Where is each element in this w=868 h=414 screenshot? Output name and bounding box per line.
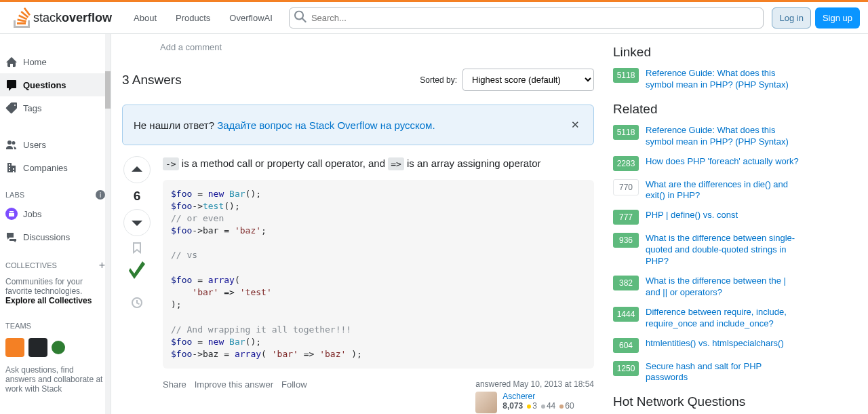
code-block: $foo = new Bar(); $foo->test(); // or ev… <box>163 180 594 369</box>
questions-icon <box>5 79 18 91</box>
related-link-row: 936What is the difference between single… <box>613 233 800 267</box>
link-score: 770 <box>613 179 639 195</box>
language-notice: Не нашли ответ? Задайте вопрос на Stack … <box>122 105 594 145</box>
search-input[interactable] <box>289 7 764 29</box>
nav-products[interactable]: Products <box>167 9 218 27</box>
plus-icon[interactable]: + <box>99 259 105 271</box>
related-link[interactable]: What are the differences in die() and ex… <box>646 179 800 202</box>
users-icon <box>5 138 18 151</box>
chevron-up-icon <box>131 164 143 176</box>
related-heading: Related <box>613 102 800 117</box>
answers-count: 3 Answers <box>122 73 182 88</box>
related-link-row: 770What are the differences in die() and… <box>613 179 800 202</box>
related-link[interactable]: What is the difference between single-qu… <box>646 233 800 267</box>
notice-link[interactable]: Задайте вопрос на Stack Overflow на русс… <box>217 119 435 131</box>
sidebar-companies[interactable]: Companies <box>0 156 111 179</box>
nav-overflowai[interactable]: OverflowAI <box>221 9 281 27</box>
discussions-icon <box>5 231 18 243</box>
logo-text: stackoverflow <box>33 11 112 25</box>
history-button[interactable] <box>131 297 143 311</box>
nav-about[interactable]: About <box>125 9 165 27</box>
tag-icon <box>5 102 18 114</box>
link-score: 1250 <box>613 361 639 376</box>
close-icon[interactable]: ✕ <box>568 116 583 134</box>
teams-logo-2 <box>28 338 47 357</box>
downvote-button[interactable] <box>123 209 151 236</box>
add-comment-link[interactable]: Add a comment <box>122 34 594 60</box>
sidebar-teams-heading: TEAMS <box>0 311 111 333</box>
sidebar-tags[interactable]: Tags <box>0 96 111 119</box>
stackoverflow-icon <box>14 7 31 28</box>
link-score: 936 <box>613 233 639 248</box>
teams-description: Ask questions, find answers and collabor… <box>0 362 111 399</box>
related-link-row: 604htmlentities() vs. htmlspecialchars() <box>613 338 800 353</box>
answered-timestamp: answered May 10, 2013 at 18:54 <box>475 379 594 389</box>
sidebar-collectives-heading: COLLECTIVES+ <box>0 248 111 274</box>
sidebar-discussions[interactable]: Discussions <box>0 225 111 248</box>
sidebar-users[interactable]: Users <box>0 133 111 156</box>
related-link-row: 5118Reference Guide: What does this symb… <box>613 125 800 148</box>
related-link[interactable]: Reference Guide: What does this symbol m… <box>646 68 800 91</box>
related-link-row: 2283How does PHP 'foreach' actually work… <box>613 156 800 171</box>
inline-code: => <box>388 157 404 170</box>
upvote-button[interactable] <box>123 156 151 183</box>
related-link[interactable]: How does PHP 'foreach' actually work? <box>646 156 799 168</box>
teams-logo-1 <box>5 338 24 357</box>
link-score: 777 <box>613 210 639 225</box>
explore-collectives-link[interactable]: Explore all Collectives <box>5 296 92 305</box>
logo[interactable]: stackoverflow <box>8 7 117 28</box>
link-score: 382 <box>613 276 639 290</box>
accepted-checkmark-icon <box>125 261 149 291</box>
answer-text: -> is a method call or property call ope… <box>163 156 594 172</box>
user-link[interactable]: Ascherer <box>502 392 535 401</box>
related-link[interactable]: PHP | define() vs. const <box>646 210 738 221</box>
teams-logo-check <box>52 341 65 354</box>
login-button[interactable]: Log in <box>772 7 810 29</box>
search-icon <box>294 11 307 25</box>
linked-heading: Linked <box>613 45 800 60</box>
link-score: 604 <box>613 338 639 353</box>
share-link[interactable]: Share <box>163 379 186 390</box>
improve-link[interactable]: Improve this answer <box>195 379 273 390</box>
related-link[interactable]: htmlentities() vs. htmlspecialchars() <box>646 338 784 350</box>
home-icon <box>5 56 18 68</box>
companies-icon <box>5 162 18 174</box>
collectives-description: Communities for your favorite technologi… <box>0 274 111 311</box>
sidebar-home[interactable]: Home <box>0 50 111 73</box>
jobs-icon <box>5 208 18 220</box>
link-score: 2283 <box>613 156 639 171</box>
link-score: 5118 <box>613 68 639 83</box>
avatar[interactable] <box>475 392 497 413</box>
signup-button[interactable]: Sign up <box>815 7 860 29</box>
bookmark-button[interactable] <box>131 242 143 256</box>
related-link[interactable]: Reference Guide: What does this symbol m… <box>646 125 800 148</box>
related-link-row: 777PHP | define() vs. const <box>613 210 800 225</box>
link-score: 1444 <box>613 307 639 322</box>
info-icon[interactable]: i <box>96 190 105 200</box>
sidebar-questions[interactable]: Questions <box>0 73 111 96</box>
hot-network-heading: Hot Network Questions <box>613 394 800 409</box>
sort-select[interactable]: Highest score (default) <box>462 69 594 91</box>
related-link[interactable]: Secure hash and salt for PHP passwords <box>646 361 800 384</box>
user-reputation: 8,07334460 <box>502 401 574 411</box>
sorted-by-label: Sorted by: <box>420 75 457 85</box>
vote-score: 6 <box>134 189 141 204</box>
related-link-row: 5118Reference Guide: What does this symb… <box>613 68 800 91</box>
sidebar-jobs[interactable]: Jobs <box>0 202 111 225</box>
related-link-row: 1250Secure hash and salt for PHP passwor… <box>613 361 800 384</box>
chevron-down-icon <box>131 217 143 229</box>
related-link[interactable]: What is the difference between the | and… <box>646 276 800 299</box>
sidebar-labs-heading: LABSi <box>0 179 111 202</box>
inline-code: -> <box>163 157 179 170</box>
related-link-row: 1444Difference between require, include,… <box>613 307 800 330</box>
related-link-row: 382What is the difference between the | … <box>613 276 800 299</box>
follow-link[interactable]: Follow <box>281 379 307 390</box>
link-score: 5118 <box>613 125 639 140</box>
scrollbar-thumb[interactable] <box>105 71 111 109</box>
related-link[interactable]: Difference between require, include, req… <box>646 307 800 330</box>
